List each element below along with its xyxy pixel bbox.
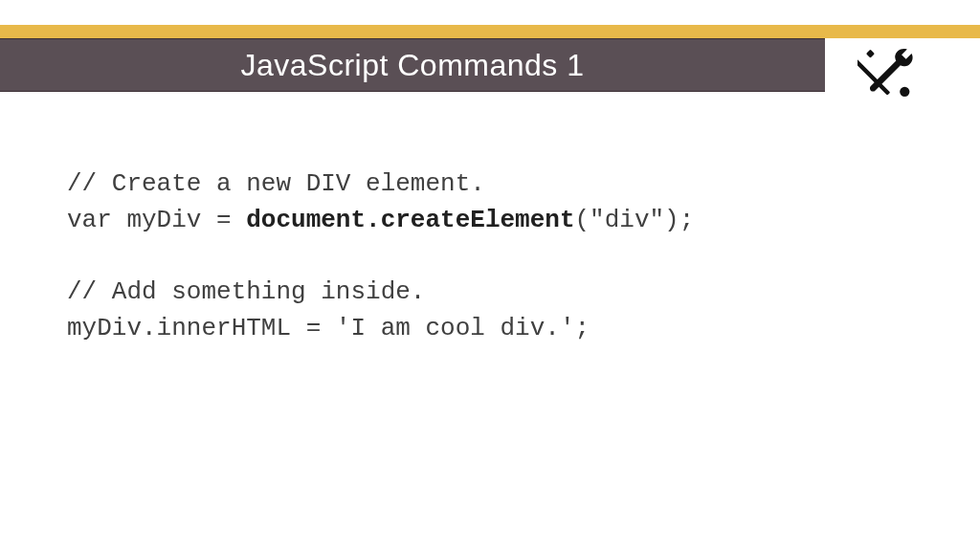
page-title: JavaScript Commands 1 — [240, 48, 584, 83]
tools-icon — [858, 42, 919, 103]
code-statement: myDiv.innerHTML = 'I am cool div.'; — [67, 311, 980, 347]
blank-line — [67, 238, 980, 275]
code-statement: var myDiv = document.createElement("div"… — [67, 203, 980, 239]
code-comment: // Add something inside. — [67, 275, 980, 311]
code-text: ("div"); — [575, 206, 695, 234]
code-text: var myDiv = — [67, 206, 246, 234]
code-block: // Create a new DIV element. var myDiv =… — [67, 166, 980, 346]
svg-point-2 — [900, 87, 909, 97]
svg-rect-0 — [866, 50, 875, 58]
accent-bar — [0, 25, 980, 38]
code-emphasis: document.createElement — [246, 206, 574, 234]
header-bar: JavaScript Commands 1 — [0, 38, 825, 92]
code-comment: // Create a new DIV element. — [67, 166, 980, 203]
